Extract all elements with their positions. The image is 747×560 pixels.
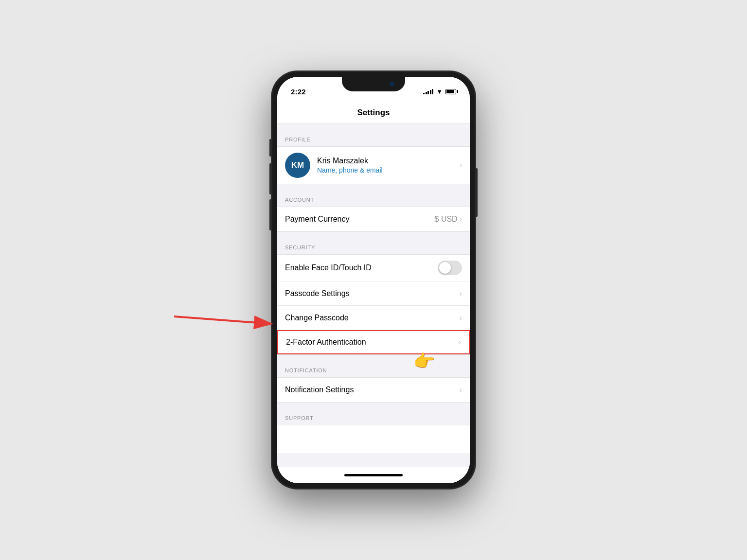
row-label: Change Passcode — [285, 314, 349, 322]
chevron-icon: › — [460, 314, 462, 322]
wifi-icon: ▼ — [436, 88, 443, 95]
profile-info: Kris Marszalek Name, phone & email — [317, 157, 460, 174]
section-label-security: SECURITY — [285, 245, 315, 250]
avatar: KM — [285, 153, 310, 178]
front-camera — [390, 82, 394, 87]
row-content: Payment Currency — [285, 215, 435, 224]
row-content: Passcode Settings — [285, 289, 460, 298]
chevron-icon: › — [460, 289, 462, 298]
row-label: Payment Currency — [285, 215, 350, 223]
passcode-settings-row[interactable]: Passcode Settings › — [277, 281, 470, 306]
row-label: Enable Face ID/Touch ID — [285, 263, 372, 272]
section-header-account: ACCOUNT — [277, 184, 470, 207]
phone-screen: 2:22 ▼ — [277, 77, 470, 483]
notch — [342, 77, 405, 91]
row-label: 2-Factor Authentication — [286, 338, 366, 346]
chevron-icon: › — [460, 385, 462, 394]
page-title: Settings — [357, 108, 390, 117]
status-bar: 2:22 ▼ — [277, 77, 470, 100]
security-section-group: Enable Face ID/Touch ID Passcode Setting… — [277, 254, 470, 355]
face-id-toggle[interactable] — [438, 261, 462, 275]
two-factor-auth-row[interactable]: 2-Factor Authentication › — [277, 330, 470, 354]
section-label-notification: NOTIFICATION — [285, 368, 327, 373]
row-content: Notification Settings — [285, 385, 460, 394]
notification-section-group: Notification Settings › — [277, 377, 470, 402]
profile-section-group: KM Kris Marszalek Name, phone & email › — [277, 146, 470, 184]
signal-icon — [423, 88, 433, 94]
account-section-group: Payment Currency $ USD › — [277, 207, 470, 232]
section-header-notification: NOTIFICATION — [277, 355, 470, 377]
section-header-security: SECURITY — [277, 232, 470, 254]
profile-name: Kris Marszalek — [317, 157, 460, 165]
status-time: 2:22 — [291, 88, 306, 96]
profile-subtitle: Name, phone & email — [317, 166, 460, 174]
settings-list[interactable]: PROFILE KM Kris Marszalek Name, phone & … — [277, 124, 470, 467]
face-id-row[interactable]: Enable Face ID/Touch ID — [277, 255, 470, 281]
home-indicator — [344, 474, 403, 476]
battery-icon — [445, 89, 456, 94]
section-label-account: ACCOUNT — [285, 197, 314, 203]
chevron-icon: › — [459, 338, 461, 347]
row-content: Enable Face ID/Touch ID — [285, 263, 438, 272]
section-label-profile: PROFILE — [285, 137, 311, 142]
status-icons: ▼ — [423, 88, 456, 95]
section-header-support: SUPPORT — [277, 402, 470, 425]
change-passcode-row[interactable]: Change Passcode › — [277, 306, 470, 330]
annotation-arrow — [169, 309, 281, 338]
toggle-knob — [439, 262, 451, 274]
profile-row[interactable]: KM Kris Marszalek Name, phone & email › — [277, 147, 470, 184]
payment-currency-row[interactable]: Payment Currency $ USD › — [277, 207, 470, 231]
row-content: 2-Factor Authentication — [286, 338, 459, 347]
section-header-profile: PROFILE — [277, 124, 470, 146]
chevron-icon: › — [460, 215, 462, 224]
section-label-support: SUPPORT — [285, 415, 314, 421]
svg-line-1 — [174, 316, 271, 324]
chevron-icon: › — [460, 161, 462, 170]
currency-value: $ USD — [435, 215, 458, 224]
row-label: Passcode Settings — [285, 289, 350, 298]
bottom-bar — [277, 467, 470, 483]
content-area: Settings PROFILE KM Kris Marszalek Name,… — [277, 100, 470, 467]
nav-title: Settings — [277, 100, 470, 124]
notification-settings-row[interactable]: Notification Settings › — [277, 378, 470, 402]
row-label: Notification Settings — [285, 385, 354, 394]
phone-frame: 2:22 ▼ — [271, 71, 476, 489]
row-content: Change Passcode — [285, 314, 460, 322]
support-section-group — [277, 425, 470, 454]
